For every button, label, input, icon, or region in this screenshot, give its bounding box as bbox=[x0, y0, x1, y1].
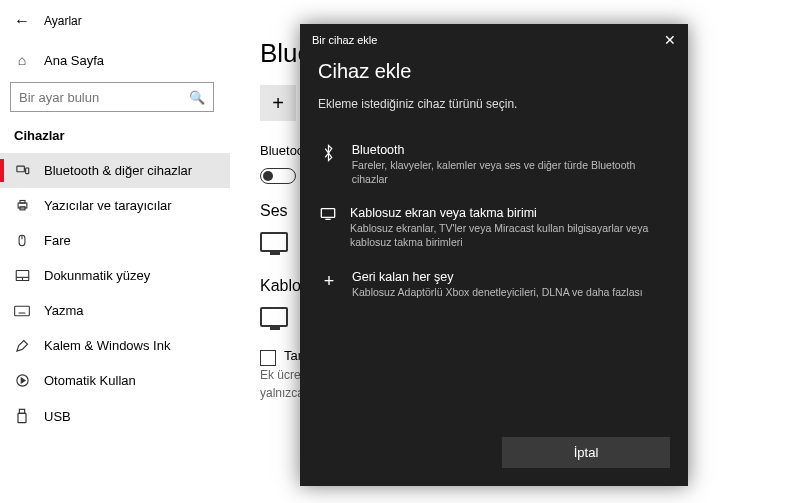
sidebar-item-touchpad[interactable]: Dokunmatik yüzey bbox=[0, 258, 230, 293]
home-icon: ⌂ bbox=[14, 52, 30, 68]
search-icon: 🔍 bbox=[189, 90, 205, 105]
dialog-description: Ekleme istediğiniz cihaz türünü seçin. bbox=[318, 97, 670, 111]
sidebar-section-label: Cihazlar bbox=[0, 122, 230, 153]
sidebar-item-label: Yazıcılar ve tarayıcılar bbox=[44, 198, 172, 213]
search-input[interactable] bbox=[19, 90, 189, 105]
option-desc: Kablosuz Adaptörlü Xbox denetleyicileri,… bbox=[352, 286, 643, 300]
autoplay-icon bbox=[14, 373, 30, 388]
option-title: Kablosuz ekran veya takma birimi bbox=[350, 206, 668, 220]
option-title: Bluetooth bbox=[352, 143, 668, 157]
dialog-title: Cihaz ekle bbox=[318, 60, 670, 83]
pen-icon bbox=[14, 338, 30, 353]
sidebar-item-pen[interactable]: Kalem & Windows Ink bbox=[0, 328, 230, 363]
keyboard-icon bbox=[14, 305, 30, 317]
sidebar-item-typing[interactable]: Yazma bbox=[0, 293, 230, 328]
add-device-dialog: Bir cihaz ekle ✕ Cihaz ekle Ekleme isted… bbox=[300, 24, 688, 486]
sidebar-item-label: Otomatik Kullan bbox=[44, 373, 136, 388]
sidebar-item-label: Kalem & Windows Ink bbox=[44, 338, 170, 353]
sidebar-item-label: Bluetooth & diğer cihazlar bbox=[44, 163, 192, 178]
sidebar-item-label: Dokunmatik yüzey bbox=[44, 268, 150, 283]
touchpad-icon bbox=[14, 269, 30, 282]
dialog-header-title: Bir cihaz ekle bbox=[312, 34, 377, 46]
option-desc: Fareler, klavyeler, kalemler veya ses ve… bbox=[352, 159, 668, 186]
svg-rect-0 bbox=[16, 166, 24, 172]
metered-checkbox[interactable] bbox=[260, 350, 276, 366]
search-box[interactable]: 🔍 bbox=[10, 82, 214, 112]
printer-icon bbox=[14, 198, 30, 213]
home-label: Ana Sayfa bbox=[44, 53, 104, 68]
display-icon bbox=[320, 206, 336, 221]
option-everything-else[interactable]: + Geri kalan her şey Kablosuz Adaptörlü … bbox=[318, 260, 670, 310]
sidebar-item-label: Yazma bbox=[44, 303, 84, 318]
sidebar-item-mouse[interactable]: Fare bbox=[0, 223, 230, 258]
cancel-button[interactable]: İptal bbox=[502, 437, 670, 468]
option-title: Geri kalan her şey bbox=[352, 270, 643, 284]
svg-rect-20 bbox=[321, 209, 334, 218]
svg-rect-1 bbox=[25, 168, 28, 174]
mouse-icon bbox=[14, 233, 30, 248]
close-button[interactable]: ✕ bbox=[664, 32, 676, 48]
option-wireless-display[interactable]: Kablosuz ekran veya takma birimi Kablosu… bbox=[318, 196, 670, 259]
window-title: Ayarlar bbox=[44, 14, 82, 28]
sidebar-item-label: USB bbox=[44, 409, 71, 424]
svg-marker-17 bbox=[21, 378, 25, 383]
back-button[interactable]: ← bbox=[14, 12, 30, 30]
sidebar-home[interactable]: ⌂ Ana Sayfa bbox=[0, 42, 230, 78]
plus-icon: + bbox=[260, 85, 296, 121]
sidebar-item-bluetooth[interactable]: Bluetooth & diğer cihazlar bbox=[0, 153, 230, 188]
sidebar-item-usb[interactable]: USB bbox=[0, 398, 230, 434]
bluetooth-icon bbox=[320, 143, 338, 162]
sidebar-item-printers[interactable]: Yazıcılar ve tarayıcılar bbox=[0, 188, 230, 223]
devices-icon bbox=[14, 163, 30, 178]
option-bluetooth[interactable]: Bluetooth Fareler, klavyeler, kalemler v… bbox=[318, 133, 670, 196]
svg-rect-3 bbox=[20, 201, 25, 204]
svg-rect-19 bbox=[18, 413, 26, 422]
svg-rect-10 bbox=[15, 306, 30, 315]
plus-icon: + bbox=[320, 270, 338, 292]
monitor-icon bbox=[260, 232, 288, 252]
bluetooth-toggle[interactable] bbox=[260, 168, 296, 184]
monitor-icon bbox=[260, 307, 288, 327]
sidebar-item-autoplay[interactable]: Otomatik Kullan bbox=[0, 363, 230, 398]
sidebar-item-label: Fare bbox=[44, 233, 71, 248]
option-desc: Kablosuz ekranlar, TV'ler veya Miracast … bbox=[350, 222, 668, 249]
usb-icon bbox=[14, 408, 30, 424]
